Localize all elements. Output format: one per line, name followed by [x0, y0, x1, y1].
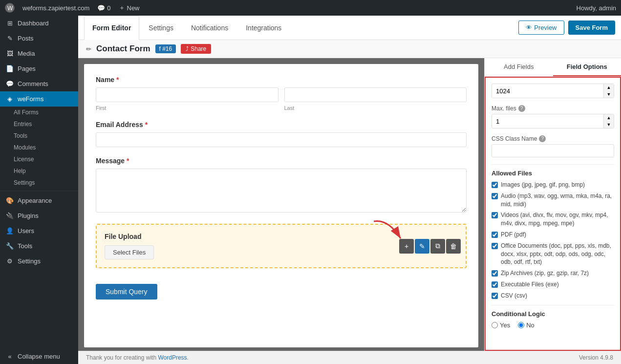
- checkbox-office[interactable]: [492, 243, 498, 249]
- sidebar-item-weforms[interactable]: ◈ weForms ◀: [0, 91, 78, 107]
- css-class-label: CSS Class Name ?: [492, 135, 614, 142]
- allowed-files-title: Allowed Files: [492, 170, 614, 177]
- name-first-input[interactable]: [96, 87, 278, 102]
- site-name[interactable]: weforms.zapiertest.com: [22, 4, 89, 12]
- label-office: Office Documents (doc, ppt, pps, xls, md…: [501, 242, 614, 266]
- sidebar-label-settings: Settings: [18, 257, 41, 265]
- email-input[interactable]: [96, 132, 467, 147]
- sidebar-item-tools2[interactable]: 🔧 Tools: [0, 238, 78, 254]
- file-type-exe: Executable Files (exe): [492, 280, 614, 289]
- sidebar-item-settings2[interactable]: ⚙ Settings: [0, 254, 78, 269]
- sidebar-item-appearance[interactable]: 🎨 Appearance: [0, 193, 78, 208]
- email-required-star: *: [145, 121, 148, 128]
- sidebar-label-comments: Comments: [18, 80, 48, 87]
- share-button[interactable]: ⤴ Share: [181, 44, 211, 54]
- sidebar-item-users[interactable]: 👤 Users: [0, 223, 78, 238]
- file-type-audio: Audio (mp3, wav, ogg, wma, mka, m4a, ra,…: [492, 192, 614, 209]
- sidebar-label-pages: Pages: [18, 65, 36, 72]
- wp-logo[interactable]: W: [5, 3, 15, 13]
- wordpress-link[interactable]: WordPress: [158, 354, 187, 361]
- preview-button[interactable]: 👁 Preview: [518, 21, 564, 35]
- form-title: Contact Form: [96, 44, 150, 54]
- comment-icon: 💬: [97, 4, 105, 12]
- css-class-help[interactable]: ?: [539, 135, 546, 142]
- tab-form-editor[interactable]: Form Editor: [84, 16, 139, 40]
- duplicate-field-button[interactable]: ⧉: [430, 239, 445, 254]
- sidebar-item-comments[interactable]: 💬 Comments: [0, 76, 78, 91]
- edit-field-button[interactable]: ✎: [415, 239, 429, 254]
- checkbox-zip[interactable]: [492, 270, 498, 277]
- label-csv: CSV (csv): [501, 292, 527, 300]
- max-files-up-btn[interactable]: ▲: [604, 114, 614, 121]
- checkbox-exe[interactable]: [492, 281, 498, 288]
- submit-button[interactable]: Submit Query: [96, 284, 157, 300]
- max-size-input[interactable]: 1024: [492, 85, 603, 97]
- sidebar-label-media: Media: [18, 50, 35, 57]
- radio-no[interactable]: [518, 322, 524, 328]
- save-button[interactable]: Save Form: [568, 21, 615, 35]
- form-id-badge: f #16: [155, 44, 176, 53]
- select-files-button[interactable]: Select Files: [105, 245, 154, 259]
- sidebar-item-collapse[interactable]: « Collapse menu: [0, 349, 78, 364]
- conditional-logic-title: Conditional Logic: [492, 310, 614, 318]
- max-size-row: 1024 ▲ ▼: [492, 84, 614, 98]
- css-class-row: CSS Class Name ?: [492, 135, 614, 157]
- max-files-label: Max. files ?: [492, 105, 614, 112]
- delete-field-button[interactable]: 🗑: [446, 239, 461, 254]
- file-upload-field: File Upload Select Files + ✎ ⧉ 🗑: [96, 224, 467, 268]
- file-type-csv: CSV (csv): [492, 292, 614, 300]
- file-type-images: Images (jpg, jpeg, gif, png, bmp): [492, 181, 614, 189]
- max-size-up-btn[interactable]: ▲: [604, 84, 614, 91]
- checkbox-videos[interactable]: [492, 212, 498, 218]
- checkbox-pdf[interactable]: [492, 232, 498, 238]
- sidebar-item-tools[interactable]: Tools: [0, 130, 78, 142]
- tools-icon: 🔧: [6, 242, 14, 250]
- tab-settings[interactable]: Settings: [140, 16, 182, 40]
- max-size-down-btn[interactable]: ▼: [604, 91, 614, 98]
- tab-field-options[interactable]: Field Options: [553, 58, 621, 76]
- max-files-help[interactable]: ?: [518, 105, 525, 112]
- plus-icon: ＋: [119, 3, 125, 12]
- checkbox-images[interactable]: [492, 182, 498, 188]
- email-field-group: Email Address *: [96, 121, 467, 147]
- sidebar-item-plugins[interactable]: 🔌 Plugins: [0, 208, 78, 223]
- checkbox-audio[interactable]: [492, 193, 498, 199]
- label-videos: Videos (avi, divx, flv, mov, ogv, mkv, m…: [501, 211, 614, 228]
- sidebar-item-settings[interactable]: Settings: [0, 177, 78, 189]
- css-class-input[interactable]: [492, 144, 614, 157]
- conditional-logic-radios: Yes No: [492, 321, 614, 329]
- sidebar-label-users: Users: [18, 227, 34, 235]
- tab-integrations[interactable]: Integrations: [237, 16, 290, 40]
- howdy-text: Howdy, admin: [577, 4, 616, 12]
- conditional-no-radio[interactable]: No: [518, 321, 535, 329]
- sidebar-item-dashboard[interactable]: ⊞ Dashboard: [0, 16, 78, 31]
- sidebar-item-modules[interactable]: Modules: [0, 142, 78, 153]
- new-menu[interactable]: ＋ New: [119, 3, 140, 12]
- tab-add-fields[interactable]: Add Fields: [485, 58, 553, 76]
- conditional-yes-label: Yes: [500, 321, 510, 329]
- name-last-input[interactable]: [284, 87, 467, 102]
- name-field-group: Name * First Last: [96, 76, 467, 111]
- tab-notifications[interactable]: Notifications: [183, 16, 236, 40]
- sidebar-item-media[interactable]: 🖼 Media: [0, 46, 78, 61]
- sidebar-item-entries[interactable]: Entries: [0, 118, 78, 130]
- comment-count[interactable]: 💬 0: [97, 4, 110, 12]
- label-pdf: PDF (pdf): [501, 231, 526, 239]
- checkbox-csv[interactable]: [492, 293, 498, 299]
- sidebar-item-help[interactable]: Help: [0, 165, 78, 177]
- sidebar-item-posts[interactable]: ✎ Posts: [0, 31, 78, 46]
- max-files-down-btn[interactable]: ▼: [604, 121, 614, 128]
- radio-yes[interactable]: [492, 322, 498, 328]
- message-textarea[interactable]: [96, 169, 467, 213]
- admin-bar: W weforms.zapiertest.com 💬 0 ＋ New Howdy…: [0, 0, 621, 16]
- max-files-input-wrap: 1 ▲ ▼: [492, 114, 614, 128]
- name-first-sublabel: First: [96, 105, 278, 111]
- field-options-body: 1024 ▲ ▼ Max. files ?: [485, 77, 621, 351]
- settings-icon: ⚙: [6, 257, 14, 265]
- sidebar-item-pages[interactable]: 📄 Pages: [0, 61, 78, 76]
- sidebar-item-license[interactable]: License: [0, 153, 78, 165]
- sidebar-item-all-forms[interactable]: All Forms: [0, 107, 78, 118]
- conditional-yes-radio[interactable]: Yes: [492, 321, 510, 329]
- sidebar-label-dashboard: Dashboard: [18, 20, 49, 27]
- max-files-input[interactable]: 1: [492, 115, 603, 128]
